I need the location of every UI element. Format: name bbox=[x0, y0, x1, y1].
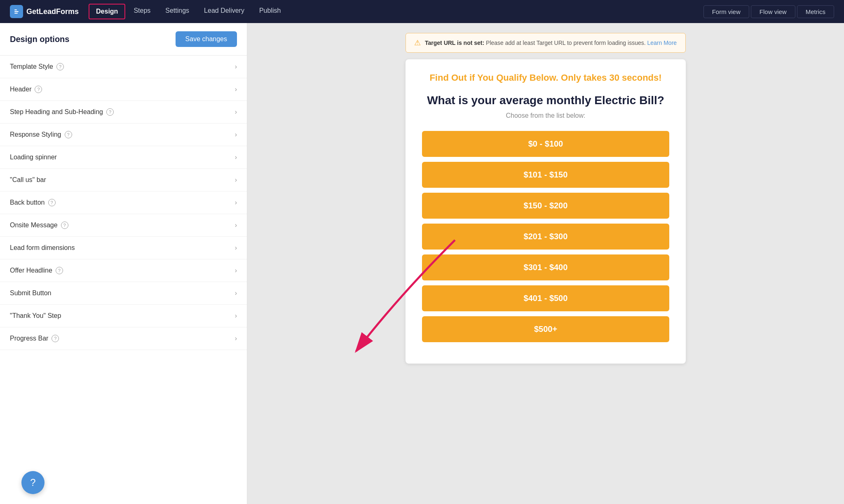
help-icon-back-button[interactable]: ? bbox=[48, 199, 56, 206]
left-panel: Design options Save changes Template Sty… bbox=[0, 23, 247, 504]
option-button-5[interactable]: $401 - $500 bbox=[422, 285, 669, 311]
save-changes-button[interactable]: Save changes bbox=[176, 31, 237, 47]
nav-item-steps[interactable]: Steps bbox=[127, 4, 157, 19]
menu-item-label-onsite-message: Onsite Message? bbox=[10, 222, 68, 229]
flow-view-button[interactable]: Flow view bbox=[751, 5, 795, 18]
option-button-6[interactable]: $500+ bbox=[422, 316, 669, 342]
menu-item-label-step-heading: Step Heading and Sub-Heading? bbox=[10, 108, 114, 116]
warning-icon: ⚠ bbox=[414, 38, 421, 47]
chevron-icon-response-styling: › bbox=[235, 131, 237, 138]
form-question: What is your average monthly Electric Bi… bbox=[422, 93, 669, 108]
top-navigation: GetLeadForms Design Steps Settings Lead … bbox=[0, 0, 844, 23]
nav-item-settings[interactable]: Settings bbox=[159, 4, 196, 19]
logo-icon bbox=[10, 5, 23, 18]
menu-label-text-progress-bar: Progress Bar bbox=[10, 335, 48, 342]
chevron-icon-loading-spinner: › bbox=[235, 154, 237, 161]
menu-item-label-submit-button: Submit Button bbox=[10, 289, 52, 297]
menu-item-label-back-button: Back button? bbox=[10, 199, 56, 206]
option-button-3[interactable]: $201 - $300 bbox=[422, 224, 669, 250]
alert-strong: Target URL is not set: bbox=[425, 40, 484, 46]
metrics-button[interactable]: Metrics bbox=[797, 5, 834, 18]
menu-item-response-styling[interactable]: Response Styling?› bbox=[0, 124, 247, 146]
main-layout: Design options Save changes Template Sty… bbox=[0, 23, 844, 504]
form-subtext: Choose from the list below: bbox=[422, 112, 669, 119]
menu-item-offer-headline[interactable]: Offer Headline?› bbox=[0, 259, 247, 282]
form-view-button[interactable]: Form view bbox=[703, 5, 749, 18]
fab-icon: ? bbox=[30, 477, 35, 488]
menu-label-text-lead-form-dimensions: Lead form dimensions bbox=[10, 244, 75, 252]
menu-item-template-style[interactable]: Template Style?› bbox=[0, 56, 247, 78]
menu-item-onsite-message[interactable]: Onsite Message?› bbox=[0, 214, 247, 237]
menu-item-label-header: Header? bbox=[10, 86, 42, 93]
menu-label-text-onsite-message: Onsite Message bbox=[10, 222, 58, 229]
menu-label-text-template-style: Template Style bbox=[10, 63, 53, 70]
menu-list: Template Style?›Header?›Step Heading and… bbox=[0, 56, 247, 504]
nav-item-design[interactable]: Design bbox=[89, 4, 125, 19]
menu-label-text-back-button: Back button bbox=[10, 199, 45, 206]
help-icon-response-styling[interactable]: ? bbox=[65, 131, 72, 138]
chevron-icon-progress-bar: › bbox=[235, 335, 237, 342]
chevron-icon-header: › bbox=[235, 86, 237, 93]
menu-label-text-offer-headline: Offer Headline bbox=[10, 267, 52, 274]
menu-item-submit-button[interactable]: Submit Button› bbox=[0, 282, 247, 305]
menu-item-label-response-styling: Response Styling? bbox=[10, 131, 72, 138]
menu-label-text-thank-you-step: "Thank You" Step bbox=[10, 312, 61, 320]
help-icon-template-style[interactable]: ? bbox=[56, 63, 64, 70]
menu-label-text-call-us-bar: "Call us" bar bbox=[10, 176, 46, 184]
menu-label-text-submit-button: Submit Button bbox=[10, 289, 52, 297]
alert-banner: ⚠ Target URL is not set: Please add at l… bbox=[406, 33, 686, 53]
help-icon-offer-headline[interactable]: ? bbox=[56, 267, 63, 274]
menu-item-label-offer-headline: Offer Headline? bbox=[10, 267, 63, 274]
menu-label-text-header: Header bbox=[10, 86, 31, 93]
nav-right-buttons: Form view Flow view Metrics bbox=[703, 5, 834, 18]
menu-item-label-template-style: Template Style? bbox=[10, 63, 64, 70]
help-icon-onsite-message[interactable]: ? bbox=[61, 222, 68, 229]
menu-label-text-loading-spinner: Loading spinner bbox=[10, 154, 57, 161]
menu-item-label-thank-you-step: "Thank You" Step bbox=[10, 312, 61, 320]
help-icon-step-heading[interactable]: ? bbox=[106, 108, 114, 116]
panel-header: Design options Save changes bbox=[0, 23, 247, 56]
option-button-0[interactable]: $0 - $100 bbox=[422, 131, 669, 157]
help-icon-progress-bar[interactable]: ? bbox=[52, 335, 59, 342]
chevron-icon-lead-form-dimensions: › bbox=[235, 244, 237, 252]
menu-item-lead-form-dimensions[interactable]: Lead form dimensions› bbox=[0, 237, 247, 259]
alert-text: Target URL is not set: Please add at lea… bbox=[425, 40, 677, 46]
logo-area: GetLeadForms bbox=[10, 5, 79, 18]
menu-item-label-lead-form-dimensions: Lead form dimensions bbox=[10, 244, 75, 252]
svg-rect-2 bbox=[14, 11, 19, 12]
option-button-4[interactable]: $301 - $400 bbox=[422, 254, 669, 280]
svg-rect-3 bbox=[14, 13, 18, 14]
nav-item-lead-delivery[interactable]: Lead Delivery bbox=[197, 4, 251, 19]
menu-item-label-progress-bar: Progress Bar? bbox=[10, 335, 59, 342]
menu-item-loading-spinner[interactable]: Loading spinner› bbox=[0, 146, 247, 169]
options-list: $0 - $100$101 - $150$150 - $200$201 - $3… bbox=[422, 131, 669, 342]
learn-more-link[interactable]: Learn More bbox=[647, 40, 677, 46]
chevron-icon-submit-button: › bbox=[235, 289, 237, 297]
menu-item-label-loading-spinner: Loading spinner bbox=[10, 154, 57, 161]
chevron-icon-step-heading: › bbox=[235, 108, 237, 116]
chevron-icon-template-style: › bbox=[235, 63, 237, 70]
option-button-1[interactable]: $101 - $150 bbox=[422, 162, 669, 188]
menu-item-header[interactable]: Header?› bbox=[0, 78, 247, 101]
menu-item-back-button[interactable]: Back button?› bbox=[0, 191, 247, 214]
nav-item-publish[interactable]: Publish bbox=[253, 4, 287, 19]
chevron-icon-thank-you-step: › bbox=[235, 312, 237, 320]
menu-label-text-step-heading: Step Heading and Sub-Heading bbox=[10, 108, 103, 116]
option-button-2[interactable]: $150 - $200 bbox=[422, 193, 669, 219]
help-icon-header[interactable]: ? bbox=[35, 86, 42, 93]
menu-item-thank-you-step[interactable]: "Thank You" Step› bbox=[0, 305, 247, 327]
menu-item-progress-bar[interactable]: Progress Bar?› bbox=[0, 327, 247, 350]
menu-label-text-response-styling: Response Styling bbox=[10, 131, 61, 138]
fab-button[interactable]: ? bbox=[21, 471, 45, 494]
svg-rect-1 bbox=[14, 9, 17, 10]
right-panel: ⚠ Target URL is not set: Please add at l… bbox=[247, 23, 844, 504]
panel-title: Design options bbox=[10, 35, 69, 44]
chevron-icon-back-button: › bbox=[235, 199, 237, 206]
form-preview-card: Find Out if You Qualify Below. Only take… bbox=[406, 59, 686, 364]
menu-item-call-us-bar[interactable]: "Call us" bar› bbox=[0, 169, 247, 191]
chevron-icon-call-us-bar: › bbox=[235, 176, 237, 184]
chevron-icon-offer-headline: › bbox=[235, 267, 237, 274]
form-headline: Find Out if You Qualify Below. Only take… bbox=[422, 72, 669, 83]
menu-item-step-heading[interactable]: Step Heading and Sub-Heading?› bbox=[0, 101, 247, 124]
nav-items: Design Steps Settings Lead Delivery Publ… bbox=[89, 4, 700, 19]
